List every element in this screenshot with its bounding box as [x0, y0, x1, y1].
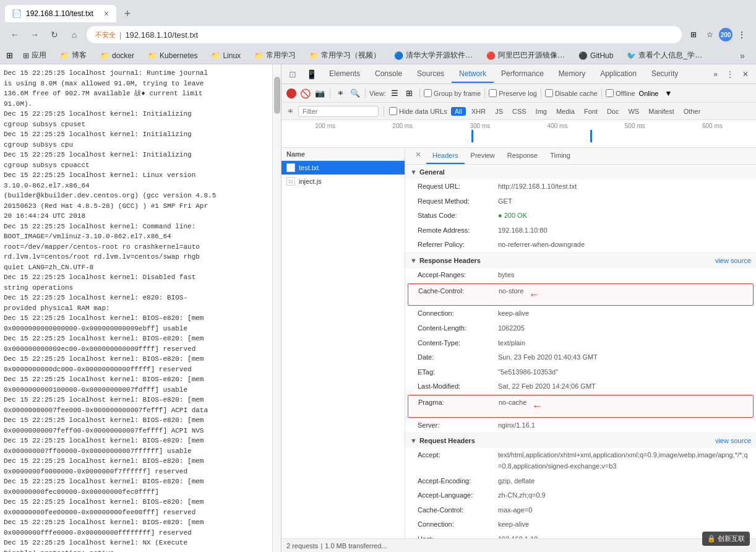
devtools-more-btn[interactable]: » — [708, 67, 723, 81]
filter-xhr[interactable]: XHR — [468, 107, 489, 116]
forward-btn[interactable]: → — [27, 27, 42, 42]
bookmarks-more-btn[interactable]: » — [735, 48, 750, 63]
filter-js[interactable]: JS — [491, 107, 507, 116]
request-url-label: Request URL: — [418, 181, 498, 192]
devtools-inspect-icon[interactable]: ⊡ — [284, 66, 301, 83]
throttle-dropdown[interactable]: ▼ — [662, 87, 674, 100]
clear-btn[interactable]: 🚫 — [299, 87, 311, 100]
transferred-size: 1.0 MB transferred... — [325, 542, 387, 550]
home-btn[interactable]: ⌂ — [67, 27, 82, 42]
request-item-test[interactable]: □ test.txt — [281, 161, 405, 175]
filter-doc[interactable]: Doc — [603, 107, 623, 116]
refresh-btn[interactable]: ↻ — [47, 27, 62, 42]
response-pragma: Pragma: no-cache ← — [408, 395, 754, 418]
bookmark-personal[interactable]: 🐦查看个人信息_学… — [622, 49, 707, 62]
bookmark-docker[interactable]: 📁docker — [95, 50, 139, 61]
bookmark-kubernetes[interactable]: 📁Kubernetes — [143, 50, 202, 61]
bookmark-github[interactable]: ⚫GitHub — [573, 50, 618, 61]
request-view-source[interactable]: view source — [715, 437, 751, 444]
request-count: 2 requests — [286, 542, 318, 550]
tab-console[interactable]: Console — [367, 66, 410, 83]
list-view-btn[interactable]: ☰ — [389, 87, 401, 100]
filter-all[interactable]: All — [451, 107, 466, 116]
filter-ws[interactable]: WS — [624, 107, 643, 116]
address-bar: ← → ↻ ⌂ 不安全 | 192.168.1.10/test.txt ⊞ ☆ … — [0, 22, 756, 47]
referrer-policy-label: Referrer Policy: — [418, 239, 498, 251]
preserve-log-checkbox[interactable]: Preserve log — [489, 89, 537, 97]
separator4 — [484, 88, 485, 98]
response-headers-header[interactable]: ▼ Response Headers view source — [405, 253, 756, 268]
devtools-device-icon[interactable]: 📱 — [301, 66, 322, 83]
devtools-settings-btn[interactable]: ⋮ — [723, 67, 737, 81]
request-headers-title: Request Headers — [419, 437, 475, 444]
filter-css[interactable]: CSS — [509, 107, 530, 116]
tab-security[interactable]: Security — [644, 66, 685, 83]
bookmark-blog[interactable]: 📁博客 — [55, 49, 92, 62]
timeline-100ms: 100 ms — [315, 123, 335, 129]
devtools-panel: ⊡ 📱 Elements Console Sources Network Per… — [281, 64, 756, 552]
response-headers-section: ▼ Response Headers view source Accept-Ra… — [405, 253, 756, 433]
search-icon[interactable]: 🔍 — [349, 87, 361, 100]
filter-font[interactable]: Font — [580, 107, 601, 116]
tab-performance[interactable]: Performance — [494, 66, 551, 83]
remote-address-row: Remote Address: 192.168.1.10:80 — [405, 223, 756, 238]
request-file-icon: □ — [286, 163, 295, 172]
request-toggle: ▼ — [410, 437, 417, 444]
account-count[interactable]: 200 — [719, 28, 732, 41]
bookmark-apps[interactable]: ⊞应用 — [18, 49, 51, 62]
details-tab-response[interactable]: Response — [501, 148, 544, 164]
bookmark-tsinghua[interactable]: 🔵清华大学开源软件… — [389, 49, 478, 62]
tab-elements[interactable]: Elements — [322, 66, 367, 83]
response-view-source[interactable]: view source — [715, 257, 751, 264]
filter-icon[interactable]: ⧧ — [334, 87, 346, 100]
translate-btn[interactable]: ⊞ — [687, 28, 700, 41]
tab-application[interactable]: Application — [593, 66, 644, 83]
new-tab-btn[interactable]: + — [119, 5, 136, 22]
camera-btn[interactable]: 📷 — [314, 87, 326, 100]
status-code-value: ● 200 OK — [498, 210, 527, 222]
devtools-close-btn[interactable]: ✕ — [737, 67, 754, 81]
bookmark-alibaba[interactable]: 🔴阿里巴巴开源镜像… — [481, 49, 570, 62]
more-btn[interactable]: ⋮ — [735, 28, 749, 41]
grid-view-btn[interactable]: ⊞ — [403, 87, 416, 100]
group-by-frame-checkbox[interactable]: Group by frame — [424, 89, 481, 97]
timeline-200ms: 200 ms — [392, 123, 413, 129]
details-tab-headers[interactable]: Headers — [426, 148, 465, 164]
req-accept-encoding: Accept-Encoding: gzip, deflate — [405, 474, 756, 489]
tab-network[interactable]: Network — [452, 66, 494, 83]
scroll-bar[interactable] — [272, 64, 281, 552]
hide-data-urls-check[interactable]: Hide data URLs — [389, 107, 447, 115]
general-section-header[interactable]: ▼ General — [405, 165, 756, 179]
filter-other[interactable]: Other — [680, 107, 705, 116]
request-headers-header[interactable]: ▼ Request Headers view source — [405, 433, 756, 448]
filter-input[interactable] — [298, 106, 379, 117]
tab-close-btn[interactable]: × — [104, 9, 109, 19]
separator1 — [330, 88, 330, 98]
record-btn[interactable] — [286, 88, 296, 98]
req-accept-language: Accept-Language: zh-CN,zh;q=0.9 — [405, 488, 756, 503]
request-url-row: Request URL: http://192.168.1.10/test.tx… — [405, 179, 756, 194]
request-name-inject: inject.js — [299, 178, 322, 185]
filter-img[interactable]: Img — [532, 107, 551, 116]
url-bar[interactable]: 不安全 | 192.168.1.10/test.txt — [87, 26, 682, 43]
tab-memory[interactable]: Memory — [551, 66, 593, 83]
bookmark-linux[interactable]: 📁Linux — [206, 50, 246, 61]
scroll-thumb[interactable] — [274, 77, 280, 114]
bookmark-study[interactable]: 📁常用学习 — [249, 49, 301, 62]
request-item-inject[interactable]: □ inject.js — [281, 175, 405, 188]
filter-media[interactable]: Media — [552, 107, 578, 116]
active-tab[interactable]: 📄 192.168.1.10/test.txt × — [5, 5, 116, 22]
tab-sources[interactable]: Sources — [410, 66, 452, 83]
details-tab-timing[interactable]: Timing — [544, 148, 577, 164]
details-close-btn[interactable]: ✕ — [410, 148, 426, 164]
offline-checkbox[interactable]: Offline — [606, 89, 635, 97]
request-file-icon2: □ — [286, 177, 295, 186]
filter-manifest[interactable]: Manifest — [645, 107, 678, 116]
back-btn[interactable]: ← — [7, 27, 22, 42]
status-code-label: Status Code: — [418, 210, 498, 222]
bookmark-study-video[interactable]: 📁常用学习（视频） — [304, 49, 385, 62]
disable-cache-checkbox[interactable]: Disable cache — [545, 89, 598, 97]
general-section: ▼ General Request URL: http://192.168.1.… — [405, 165, 756, 253]
details-tab-preview[interactable]: Preview — [465, 148, 501, 164]
bookmark-btn[interactable]: ☆ — [703, 28, 716, 41]
